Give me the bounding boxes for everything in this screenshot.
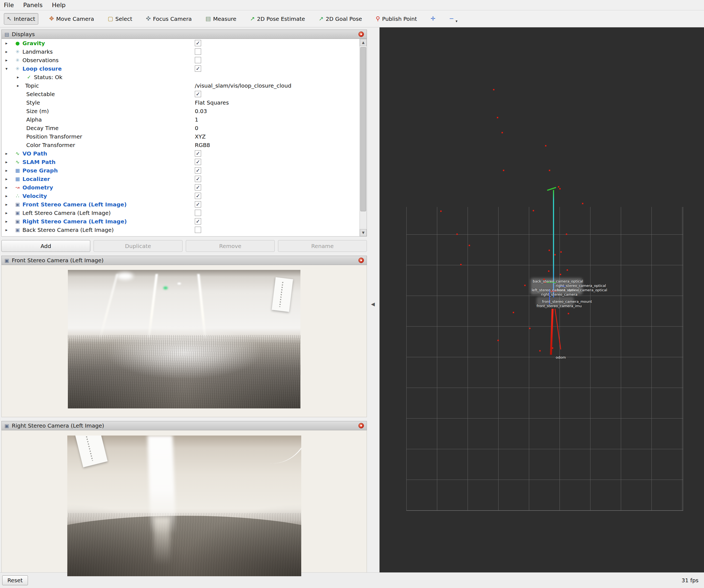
- add-button[interactable]: Add: [1, 240, 90, 252]
- menu-help[interactable]: Help: [52, 2, 66, 8]
- display-row-localizer[interactable]: ▸▦Localizer✓: [2, 175, 359, 183]
- display-row-style[interactable]: StyleFlat Squares: [2, 98, 359, 107]
- visibility-checkbox[interactable]: ✓: [195, 40, 201, 46]
- landmark-point: [502, 132, 503, 133]
- chevron-right-icon[interactable]: ▸: [5, 202, 14, 207]
- display-row-status-ok[interactable]: ▸✓Status: Ok: [2, 73, 359, 81]
- visibility-checkbox[interactable]: ✓: [195, 184, 201, 191]
- chevron-right-icon[interactable]: ▸: [5, 185, 14, 190]
- right-camera-panel-header[interactable]: ▣ Right Stereo Camera (Left Image): [1, 421, 367, 430]
- display-row-slam-path[interactable]: ▸∿SLAM Path✓: [2, 158, 359, 166]
- front-camera-image: [68, 270, 300, 409]
- display-row-label: VO Path: [22, 150, 47, 157]
- visibility-checkbox[interactable]: ✓: [195, 218, 201, 224]
- scroll-up-icon[interactable]: ▲: [360, 39, 367, 46]
- chevron-right-icon[interactable]: ▸: [5, 58, 14, 63]
- remove-button[interactable]: Remove: [186, 240, 275, 252]
- menu-file[interactable]: File: [4, 2, 14, 8]
- property-value[interactable]: /visual_slam/vis/loop_closure_cloud: [195, 83, 291, 89]
- visibility-checkbox[interactable]: [195, 227, 201, 233]
- path-icon: ∿: [14, 159, 21, 165]
- chevron-right-icon[interactable]: ▸: [5, 49, 14, 54]
- display-row-position-transformer[interactable]: Position TransformerXYZ: [2, 132, 359, 141]
- tree-scrollbar[interactable]: ▲ ▼: [359, 39, 367, 236]
- menu-panels[interactable]: Panels: [23, 2, 43, 8]
- tool-select[interactable]: ▢Select: [105, 13, 135, 24]
- display-row-color-transformer[interactable]: Color TransformerRGB8: [2, 141, 359, 149]
- collapse-panel-icon[interactable]: ◀: [371, 301, 375, 307]
- chevron-right-icon[interactable]: ▸: [5, 41, 14, 46]
- scrollbar-thumb[interactable]: [360, 47, 366, 211]
- display-row-velocity[interactable]: ▸∴Velocity✓: [2, 192, 359, 200]
- 3d-viewport[interactable]: back_stereo_camera_opticalright_stereo_c…: [379, 28, 704, 572]
- chevron-right-icon[interactable]: ▸: [17, 83, 25, 88]
- visibility-checkbox[interactable]: ✓: [195, 167, 201, 173]
- display-row-front-stereo-camera-left-image[interactable]: ▸▣Front Stereo Camera (Left Image)✓: [2, 200, 359, 209]
- display-row-left-stereo-camera-left-image[interactable]: ▸▣Left Stereo Camera (Left Image): [2, 209, 359, 217]
- display-row-topic[interactable]: ▸Topic/visual_slam/vis/loop_closure_clou…: [2, 81, 359, 90]
- tool-2d-pose-estimate[interactable]: ↗2D Pose Estimate: [247, 13, 308, 24]
- chevron-right-icon[interactable]: ▸: [5, 151, 14, 156]
- display-row-alpha[interactable]: Alpha1: [2, 115, 359, 124]
- display-row-loop-closure[interactable]: ▾✳Loop closure✓: [2, 64, 359, 73]
- tool-move-camera[interactable]: ✥Move Camera: [47, 13, 97, 24]
- tool-measure[interactable]: ▤Measure: [203, 13, 239, 24]
- visibility-checkbox[interactable]: ✓: [195, 150, 201, 157]
- scroll-down-icon[interactable]: ▼: [360, 229, 367, 236]
- tool-remove-tool-minus[interactable]: −▾: [446, 14, 461, 24]
- chevron-right-icon[interactable]: ▸: [5, 168, 14, 173]
- property-value[interactable]: 1: [195, 116, 198, 123]
- chevron-right-icon[interactable]: ▸: [5, 176, 14, 181]
- panel-close-button[interactable]: [358, 32, 364, 37]
- display-row-label: Right Stereo Camera (Left Image): [22, 218, 127, 225]
- property-value[interactable]: RGB8: [195, 142, 210, 148]
- landmark-point: [497, 117, 498, 118]
- chevron-right-icon[interactable]: ▸: [17, 75, 25, 79]
- tool-add-tool-plus[interactable]: ✛: [428, 14, 438, 24]
- visibility-checkbox[interactable]: ✓: [195, 159, 201, 165]
- panel-close-button[interactable]: [358, 423, 364, 428]
- chevron-right-icon[interactable]: ▸: [5, 160, 14, 164]
- tool-focus-camera[interactable]: ✜Focus Camera: [143, 13, 194, 24]
- tool-2d-goal-pose[interactable]: ↗2D Goal Pose: [316, 13, 365, 24]
- duplicate-button[interactable]: Duplicate: [94, 240, 182, 252]
- display-row-odometry[interactable]: ▸↝Odometry✓: [2, 183, 359, 192]
- display-row-pose-graph[interactable]: ▸▦Pose Graph✓: [2, 166, 359, 175]
- tf-frame-label: odom: [556, 355, 566, 360]
- property-value[interactable]: 0: [195, 125, 198, 131]
- tool-publish-point[interactable]: ⚲Publish Point: [373, 13, 420, 24]
- property-value[interactable]: 0.03: [195, 108, 207, 114]
- remove-tool-minus-icon: −: [449, 16, 454, 21]
- chevron-down-icon[interactable]: ▾: [5, 66, 14, 71]
- display-row-selectable[interactable]: Selectable✓: [2, 90, 359, 98]
- display-row-gravity[interactable]: ▸●Gravity✓: [2, 39, 359, 47]
- rename-button[interactable]: Rename: [278, 240, 367, 252]
- visibility-checkbox[interactable]: ✓: [195, 176, 201, 182]
- tool-interact[interactable]: ↖Interact: [4, 13, 38, 24]
- displays-panel-header[interactable]: ▤ Displays: [1, 30, 367, 39]
- display-row-observations[interactable]: ▸✳Observations: [2, 56, 359, 64]
- display-row-back-stereo-camera-left-image[interactable]: ▸▣Back Stereo Camera (Left Image): [2, 225, 359, 234]
- reset-button[interactable]: Reset: [2, 575, 28, 585]
- panel-splitter[interactable]: ◀: [368, 28, 379, 572]
- chevron-right-icon[interactable]: ▸: [5, 227, 14, 232]
- display-row-right-stereo-camera-left-image[interactable]: ▸▣Right Stereo Camera (Left Image)✓: [2, 217, 359, 225]
- property-value[interactable]: Flat Squares: [195, 99, 229, 106]
- panel-close-button[interactable]: [358, 258, 364, 263]
- visibility-checkbox[interactable]: ✓: [195, 201, 201, 208]
- display-row-landmarks[interactable]: ▸✳Landmarks: [2, 47, 359, 56]
- visibility-checkbox[interactable]: ✓: [195, 193, 201, 199]
- property-value[interactable]: XYZ: [195, 133, 206, 140]
- visibility-checkbox[interactable]: ✓: [195, 65, 201, 72]
- chevron-right-icon[interactable]: ▸: [5, 194, 14, 199]
- front-camera-panel-header[interactable]: ▣ Front Stereo Camera (Left Image): [1, 256, 367, 265]
- visibility-checkbox[interactable]: [195, 48, 201, 55]
- display-row-size-m[interactable]: Size (m)0.03: [2, 107, 359, 115]
- visibility-checkbox[interactable]: [195, 210, 201, 216]
- visibility-checkbox[interactable]: [195, 57, 201, 63]
- chevron-right-icon[interactable]: ▸: [5, 211, 14, 215]
- chevron-right-icon[interactable]: ▸: [5, 219, 14, 224]
- display-row-vo-path[interactable]: ▸∿VO Path✓: [2, 149, 359, 158]
- visibility-checkbox[interactable]: ✓: [195, 91, 201, 97]
- display-row-decay-time[interactable]: Decay Time0: [2, 124, 359, 132]
